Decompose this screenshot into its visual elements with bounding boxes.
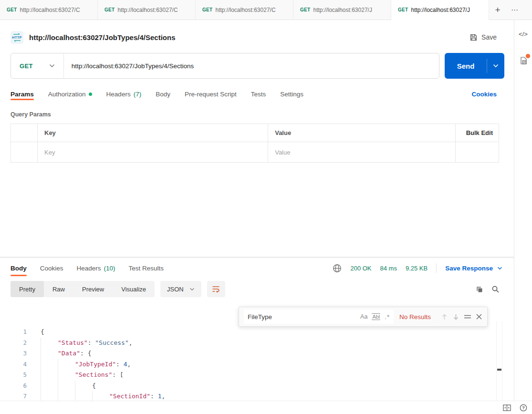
response-view-row: Pretty Raw Preview Visualize JSON: [0, 278, 514, 300]
tab-url-label: http://localhost:63027/J: [313, 7, 372, 13]
view-preview[interactable]: Preview: [73, 281, 113, 297]
url-row: GET Send: [10, 53, 504, 79]
response-tabs: Body Cookies Headers (10) Test Results: [0, 258, 514, 278]
wrap-line-toggle[interactable]: [207, 281, 225, 297]
tab-url-label: http://localhost:63027/C: [215, 7, 275, 13]
network-globe-icon[interactable]: [333, 264, 342, 273]
tab-method-badge: GET: [7, 7, 17, 12]
send-button-label[interactable]: Send: [445, 53, 487, 79]
tab-method-badge: GET: [398, 7, 408, 12]
tab-body[interactable]: Body: [156, 84, 170, 104]
more-tabs-button[interactable]: ⋯: [506, 0, 523, 20]
previous-match-icon[interactable]: [441, 313, 448, 321]
send-button[interactable]: Send: [445, 53, 504, 79]
send-options-button[interactable]: [487, 53, 504, 79]
bulk-edit-button[interactable]: Bulk Edit: [456, 124, 499, 142]
search-results-status: No Results: [399, 313, 431, 321]
request-tab-5-active[interactable]: GET http://localhost:63027/J: [391, 0, 489, 20]
add-tab-button[interactable]: +: [489, 0, 506, 20]
tab-authorization[interactable]: Authorization: [48, 84, 92, 104]
divider: [436, 263, 437, 273]
tab-label: Headers: [77, 265, 101, 272]
search-input[interactable]: [248, 313, 356, 321]
view-pretty[interactable]: Pretty: [10, 281, 44, 297]
tab-params[interactable]: Params: [10, 84, 34, 104]
search-icon[interactable]: [491, 285, 500, 293]
scrollbar-thumb[interactable]: [497, 369, 501, 371]
request-title-row: HTTP http://localhost:63027/JobTypes/4/S…: [0, 28, 514, 47]
value-input[interactable]: [275, 149, 449, 156]
tab-method-badge: GET: [104, 7, 115, 12]
code-line: 1{: [0, 327, 514, 338]
tab-method-badge: GET: [202, 7, 212, 12]
url-input[interactable]: [64, 62, 439, 70]
authorization-status-dot: [89, 93, 92, 96]
help-icon[interactable]: ?: [520, 404, 527, 412]
response-tab-headers[interactable]: Headers (10): [77, 258, 115, 278]
request-tab-4[interactable]: GET http://localhost:63027/J: [293, 0, 391, 20]
tab-settings[interactable]: Settings: [280, 84, 303, 104]
two-pane-layout-icon[interactable]: [503, 404, 511, 411]
match-case-toggle-icon[interactable]: Aa: [360, 313, 367, 320]
response-tab-cookies[interactable]: Cookies: [40, 258, 63, 278]
tab-label: Test Results: [129, 265, 164, 272]
copy-icon[interactable]: [475, 285, 483, 293]
tab-label: Cookies: [40, 265, 63, 272]
close-icon[interactable]: [476, 313, 482, 320]
line-number: 3: [0, 348, 27, 359]
save-response-button[interactable]: Save Response: [445, 265, 502, 272]
tab-url-label: http://localhost:63027/C: [117, 7, 177, 13]
response-size: 9.25 KB: [406, 265, 428, 272]
response-body-editor: Aa Abl .* No Results: [0, 300, 514, 414]
line-number: 6: [0, 381, 27, 392]
response-pane: Body Cookies Headers (10) Test Results: [0, 257, 514, 414]
query-params-header-row: Key Value Bulk Edit: [11, 124, 499, 142]
help-icon-glyph: ?: [520, 404, 527, 412]
row-actions-cell: [456, 142, 499, 162]
key-input[interactable]: [44, 149, 261, 156]
code-line: 6{: [0, 381, 514, 392]
whole-word-toggle-icon[interactable]: Abl: [372, 313, 380, 320]
workspace: HTTP http://localhost:63027/JobTypes/4/S…: [0, 20, 532, 414]
tab-label: Headers: [106, 91, 131, 98]
headers-count-badge: (7): [134, 91, 142, 98]
value-cell: [268, 142, 456, 162]
code-line: 3"Data": {: [0, 348, 514, 359]
editor-scrollbar: [496, 321, 502, 401]
documentation-icon[interactable]: [519, 56, 528, 65]
value-column-header: Value: [268, 124, 456, 142]
line-number: 2: [0, 338, 27, 349]
code-line: 5"Sections": [: [0, 370, 514, 381]
key-cell: [38, 142, 268, 162]
tab-tests[interactable]: Tests: [251, 84, 266, 104]
method-select[interactable]: GET: [11, 53, 63, 78]
row-select-cell[interactable]: [11, 142, 38, 162]
tab-method-badge: GET: [300, 7, 310, 12]
tab-label: Pre-request Script: [185, 91, 237, 98]
view-raw[interactable]: Raw: [44, 281, 73, 297]
status-bar: ?: [0, 401, 532, 414]
tab-label: Params: [10, 91, 34, 98]
request-tab-2[interactable]: GET http://localhost:63027/C: [98, 0, 196, 20]
tab-label: Tests: [251, 91, 266, 98]
code-line: 4"JobTypeId": 4,: [0, 359, 514, 370]
request-tab-1[interactable]: GET http://localhost:63027/C: [0, 0, 98, 20]
format-select[interactable]: JSON: [160, 281, 201, 297]
next-match-icon[interactable]: [452, 313, 459, 321]
response-tab-body[interactable]: Body: [10, 258, 27, 278]
search-options-icon[interactable]: [464, 313, 471, 320]
response-actions: [475, 285, 500, 293]
save-button[interactable]: Save: [469, 33, 497, 41]
cookies-link[interactable]: Cookies: [471, 91, 497, 98]
code-snippet-icon[interactable]: </>: [519, 31, 528, 38]
request-tab-3[interactable]: GET http://localhost:63027/C: [196, 0, 293, 20]
view-mode-switcher: Pretty Raw Preview Visualize: [10, 281, 155, 297]
tab-headers[interactable]: Headers (7): [106, 84, 142, 104]
tab-prerequest-script[interactable]: Pre-request Script: [185, 84, 237, 104]
notification-dot: [526, 54, 530, 58]
select-column-header: [11, 124, 38, 142]
save-response-label: Save Response: [445, 265, 493, 272]
regex-toggle-icon[interactable]: .*: [385, 313, 390, 321]
response-tab-test-results[interactable]: Test Results: [129, 258, 164, 278]
view-visualize[interactable]: Visualize: [113, 281, 155, 297]
